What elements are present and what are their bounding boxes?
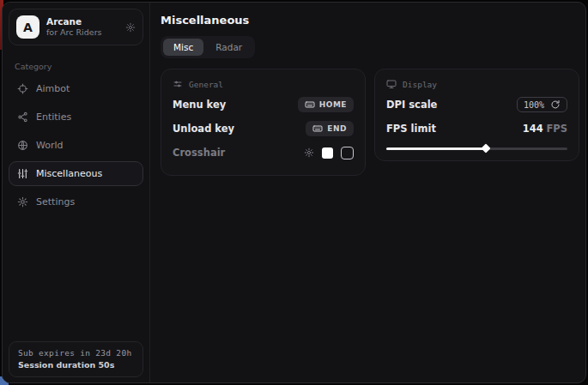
sidebar-item-label: Aimbot (36, 83, 70, 94)
fps-limit-slider[interactable] (386, 147, 567, 150)
gear-icon (17, 196, 28, 208)
refresh-icon (550, 99, 561, 110)
crosshair-color-swatch[interactable] (322, 147, 333, 159)
general-panel: General Menu key HOME (161, 69, 366, 176)
dpi-scale-selector[interactable]: 100% (517, 97, 567, 112)
sidebar-item-aimbot[interactable]: Aimbot (9, 76, 143, 101)
sidebar-item-label: Settings (36, 196, 75, 208)
keyboard-icon (305, 99, 315, 110)
crosshair-settings-gear-icon[interactable] (304, 147, 314, 158)
brand-logo: A (16, 15, 39, 39)
gear-icon[interactable] (125, 22, 136, 33)
menu-key-label: Menu key (173, 99, 226, 111)
sidebar-nav: Aimbot Entities World (3, 75, 149, 216)
globe-icon (17, 140, 28, 151)
sliders-icon (173, 79, 183, 89)
main-content: Miscellaneous Misc Radar General (150, 3, 586, 382)
fps-limit-value: 144 FPS (523, 123, 567, 135)
general-panel-header: General (173, 79, 354, 89)
unload-key-button[interactable]: END (306, 121, 354, 136)
dpi-scale-value: 100% (524, 100, 544, 110)
monitor-icon (386, 79, 397, 89)
slider-thumb[interactable] (481, 143, 490, 153)
app-window: A Arcane for Arc Riders Category (2, 2, 586, 383)
sub-expires-text: Sub expires in 23d 20h (18, 348, 134, 358)
display-panel: Display DPI scale 100% (374, 69, 579, 161)
slider-fill (386, 147, 486, 150)
sidebar-item-settings[interactable]: Settings (9, 189, 143, 214)
unload-key-row: Unload key END (173, 117, 354, 141)
fps-limit-row: FPS limit 144 FPS (386, 117, 567, 141)
crosshair-icon (17, 83, 28, 94)
sidebar-item-label: World (36, 140, 64, 151)
nodes-icon (17, 111, 28, 123)
category-label: Category (15, 62, 149, 71)
crosshair-row: Crosshair (173, 141, 354, 165)
keyboard-icon (312, 123, 323, 134)
crosshair-label: Crosshair (173, 147, 225, 159)
sidebar-item-label: Entities (36, 111, 71, 123)
dpi-scale-label: DPI scale (386, 99, 437, 111)
tab-bar: Misc Radar (161, 36, 255, 58)
menu-key-value: HOME (319, 100, 347, 109)
display-panel-title: Display (403, 80, 437, 89)
unload-key-value: END (327, 124, 347, 133)
page-title: Miscellaneous (161, 14, 579, 27)
display-panel-header: Display (386, 79, 567, 89)
sidebar-item-world[interactable]: World (9, 133, 143, 158)
fps-unit: FPS (546, 123, 567, 135)
sidebar-item-miscellaneous[interactable]: Miscellaneous (9, 161, 143, 186)
sidebar-item-label: Miscellaneous (36, 168, 102, 179)
sidebar-item-entities[interactable]: Entities (9, 105, 143, 129)
crosshair-controls (304, 147, 354, 159)
unload-key-label: Unload key (173, 123, 234, 135)
session-duration-text: Session duration 50s (18, 360, 134, 370)
tab-radar[interactable]: Radar (205, 39, 252, 56)
dpi-scale-row: DPI scale 100% (386, 93, 567, 117)
fps-number: 144 (523, 123, 543, 135)
menu-key-button[interactable]: HOME (298, 97, 354, 112)
panels-row: General Menu key HOME (161, 69, 579, 176)
sliders-icon (17, 168, 28, 179)
general-panel-title: General (189, 80, 223, 89)
brand-card: A Arcane for Arc Riders (9, 9, 143, 45)
brand-subtitle: for Arc Riders (46, 27, 118, 38)
brand-title: Arcane (46, 16, 118, 27)
menu-key-row: Menu key HOME (173, 93, 354, 117)
sidebar: A Arcane for Arc Riders Category (3, 3, 150, 382)
tab-misc[interactable]: Misc (163, 39, 203, 56)
crosshair-checkbox[interactable] (341, 147, 354, 159)
brand-text: Arcane for Arc Riders (46, 16, 118, 38)
subscription-info: Sub expires in 23d 20h Session duration … (9, 341, 143, 377)
fps-limit-label: FPS limit (386, 123, 436, 135)
